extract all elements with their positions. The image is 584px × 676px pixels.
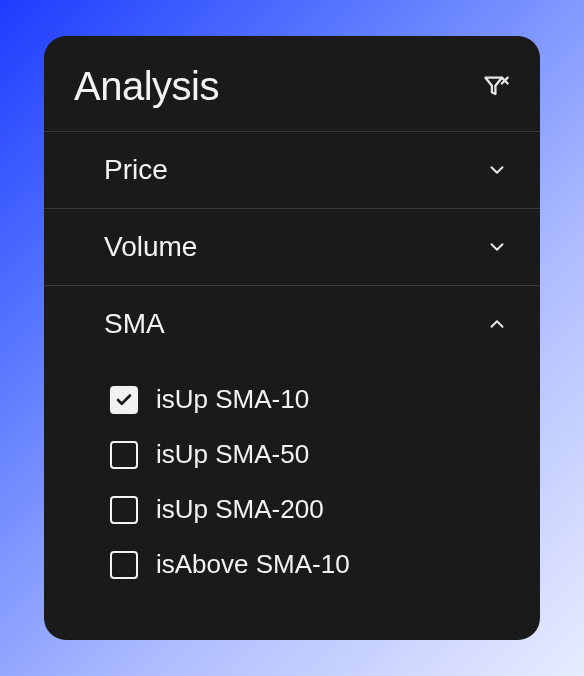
checkbox[interactable]: [110, 551, 138, 579]
check-label: isUp SMA-200: [156, 494, 324, 525]
section-header-sma[interactable]: SMA: [44, 286, 540, 362]
check-row-isup-sma-200[interactable]: isUp SMA-200: [110, 482, 512, 537]
check-row-isabove-sma-10[interactable]: isAbove SMA-10: [110, 537, 512, 592]
check-label: isAbove SMA-10: [156, 549, 350, 580]
check-row-isup-sma-50[interactable]: isUp SMA-50: [110, 427, 512, 482]
section-title-price: Price: [104, 154, 168, 186]
check-label: isUp SMA-10: [156, 384, 309, 415]
checkmark-icon: [115, 391, 133, 409]
section-body-sma: isUp SMA-10 isUp SMA-50 isUp SMA-200 isA…: [44, 362, 540, 604]
checkbox[interactable]: [110, 441, 138, 469]
chevron-down-icon: [486, 236, 508, 258]
chevron-up-icon: [486, 313, 508, 335]
analysis-panel: Analysis Price Volume SMA: [44, 36, 540, 640]
clear-filters-button[interactable]: [482, 73, 510, 101]
section-price: Price: [44, 131, 540, 208]
section-header-price[interactable]: Price: [44, 132, 540, 208]
section-title-volume: Volume: [104, 231, 197, 263]
section-title-sma: SMA: [104, 308, 165, 340]
section-sma: SMA isUp SMA-10 isUp SMA-50 isUp S: [44, 285, 540, 604]
checkbox[interactable]: [110, 386, 138, 414]
chevron-down-icon: [486, 159, 508, 181]
panel-title: Analysis: [74, 64, 219, 109]
panel-header: Analysis: [44, 36, 540, 131]
check-row-isup-sma-10[interactable]: isUp SMA-10: [110, 372, 512, 427]
check-label: isUp SMA-50: [156, 439, 309, 470]
section-volume: Volume: [44, 208, 540, 285]
filter-x-icon: [482, 73, 510, 101]
checkbox[interactable]: [110, 496, 138, 524]
section-header-volume[interactable]: Volume: [44, 209, 540, 285]
